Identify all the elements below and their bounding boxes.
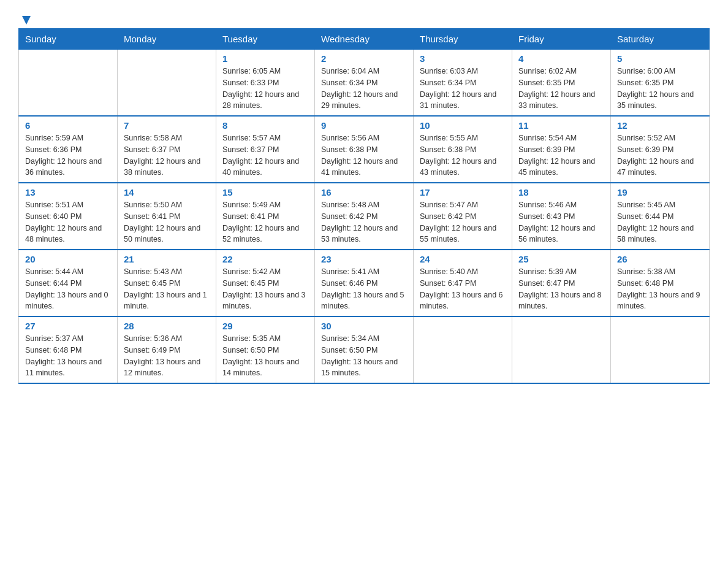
header-sunday: Sunday	[19, 29, 118, 50]
header-thursday: Thursday	[414, 29, 512, 50]
calendar-cell: 19Sunrise: 5:45 AMSunset: 6:44 PMDayligh…	[611, 183, 710, 250]
day-detail: Sunrise: 5:35 AMSunset: 6:50 PMDaylight:…	[222, 333, 308, 379]
svg-marker-0	[22, 16, 31, 25]
calendar-cell: 7Sunrise: 5:58 AMSunset: 6:37 PMDaylight…	[118, 116, 216, 183]
header-tuesday: Tuesday	[216, 29, 315, 50]
calendar-cell: 4Sunrise: 6:02 AMSunset: 6:35 PMDaylight…	[512, 50, 611, 117]
header-wednesday: Wednesday	[315, 29, 414, 50]
week-row-2: 6Sunrise: 5:59 AMSunset: 6:36 PMDaylight…	[19, 116, 710, 183]
day-number: 2	[321, 53, 407, 64]
calendar-cell: 25Sunrise: 5:39 AMSunset: 6:47 PMDayligh…	[512, 250, 611, 316]
calendar-table: SundayMondayTuesdayWednesdayThursdayFrid…	[18, 28, 710, 384]
day-number: 10	[420, 120, 506, 131]
day-detail: Sunrise: 5:46 AMSunset: 6:43 PMDaylight:…	[518, 199, 604, 245]
day-detail: Sunrise: 5:52 AMSunset: 6:39 PMDaylight:…	[617, 132, 703, 178]
calendar-cell: 18Sunrise: 5:46 AMSunset: 6:43 PMDayligh…	[512, 183, 611, 250]
day-detail: Sunrise: 5:57 AMSunset: 6:37 PMDaylight:…	[222, 132, 308, 178]
calendar-cell: 22Sunrise: 5:42 AMSunset: 6:45 PMDayligh…	[216, 250, 315, 316]
calendar-cell: 23Sunrise: 5:41 AMSunset: 6:46 PMDayligh…	[315, 250, 414, 316]
day-detail: Sunrise: 5:40 AMSunset: 6:47 PMDaylight:…	[420, 266, 506, 312]
day-number: 11	[518, 120, 604, 131]
day-number: 3	[420, 53, 506, 64]
day-number: 18	[518, 187, 604, 197]
week-row-4: 20Sunrise: 5:44 AMSunset: 6:44 PMDayligh…	[19, 250, 710, 316]
day-number: 24	[420, 254, 506, 264]
day-detail: Sunrise: 6:02 AMSunset: 6:35 PMDaylight:…	[518, 66, 604, 112]
day-number: 23	[321, 254, 407, 264]
day-number: 15	[222, 187, 308, 197]
day-number: 27	[25, 321, 111, 331]
calendar-cell: 24Sunrise: 5:40 AMSunset: 6:47 PMDayligh…	[414, 250, 512, 316]
day-detail: Sunrise: 5:43 AMSunset: 6:45 PMDaylight:…	[124, 266, 210, 312]
calendar-cell: 30Sunrise: 5:34 AMSunset: 6:50 PMDayligh…	[315, 316, 414, 383]
day-number: 1	[222, 53, 308, 64]
calendar-cell: 14Sunrise: 5:50 AMSunset: 6:41 PMDayligh…	[118, 183, 216, 250]
calendar-cell: 5Sunrise: 6:00 AMSunset: 6:35 PMDaylight…	[611, 50, 710, 117]
calendar-cell: 29Sunrise: 5:35 AMSunset: 6:50 PMDayligh…	[216, 316, 315, 383]
calendar-cell: 9Sunrise: 5:56 AMSunset: 6:38 PMDaylight…	[315, 116, 414, 183]
day-detail: Sunrise: 5:56 AMSunset: 6:38 PMDaylight:…	[321, 132, 407, 178]
calendar-cell	[512, 316, 611, 383]
calendar-cell	[414, 316, 512, 383]
day-detail: Sunrise: 5:51 AMSunset: 6:40 PMDaylight:…	[25, 199, 111, 245]
day-detail: Sunrise: 5:36 AMSunset: 6:49 PMDaylight:…	[124, 333, 210, 379]
day-detail: Sunrise: 5:38 AMSunset: 6:48 PMDaylight:…	[617, 266, 703, 312]
day-detail: Sunrise: 5:39 AMSunset: 6:47 PMDaylight:…	[518, 266, 604, 312]
day-detail: Sunrise: 5:59 AMSunset: 6:36 PMDaylight:…	[25, 132, 111, 178]
day-detail: Sunrise: 5:44 AMSunset: 6:44 PMDaylight:…	[25, 266, 111, 312]
day-detail: Sunrise: 6:00 AMSunset: 6:35 PMDaylight:…	[617, 66, 703, 112]
day-detail: Sunrise: 5:34 AMSunset: 6:50 PMDaylight:…	[321, 333, 407, 379]
day-number: 8	[222, 120, 308, 131]
day-number: 12	[617, 120, 703, 131]
day-detail: Sunrise: 6:04 AMSunset: 6:34 PMDaylight:…	[321, 66, 407, 112]
calendar-cell: 27Sunrise: 5:37 AMSunset: 6:48 PMDayligh…	[19, 316, 118, 383]
calendar-cell	[611, 316, 710, 383]
day-number: 7	[124, 120, 210, 131]
week-row-1: 1Sunrise: 6:05 AMSunset: 6:33 PMDaylight…	[19, 50, 710, 117]
calendar-cell: 3Sunrise: 6:03 AMSunset: 6:34 PMDaylight…	[414, 50, 512, 117]
calendar-cell	[19, 50, 118, 117]
day-detail: Sunrise: 5:50 AMSunset: 6:41 PMDaylight:…	[124, 199, 210, 245]
day-number: 5	[617, 53, 703, 64]
logo-triangle-icon	[20, 13, 33, 27]
day-detail: Sunrise: 5:45 AMSunset: 6:44 PMDaylight:…	[617, 199, 703, 245]
day-number: 25	[518, 254, 604, 264]
calendar-cell: 2Sunrise: 6:04 AMSunset: 6:34 PMDaylight…	[315, 50, 414, 117]
day-detail: Sunrise: 6:03 AMSunset: 6:34 PMDaylight:…	[420, 66, 506, 112]
day-number: 21	[124, 254, 210, 264]
week-row-5: 27Sunrise: 5:37 AMSunset: 6:48 PMDayligh…	[19, 316, 710, 383]
day-number: 28	[124, 321, 210, 331]
day-number: 19	[617, 187, 703, 197]
day-number: 14	[124, 187, 210, 197]
day-number: 9	[321, 120, 407, 131]
day-number: 13	[25, 187, 111, 197]
day-number: 30	[321, 321, 407, 331]
day-number: 4	[518, 53, 604, 64]
day-detail: Sunrise: 5:55 AMSunset: 6:38 PMDaylight:…	[420, 132, 506, 178]
logo	[18, 12, 33, 22]
calendar-cell: 28Sunrise: 5:36 AMSunset: 6:49 PMDayligh…	[118, 316, 216, 383]
day-number: 26	[617, 254, 703, 264]
calendar-cell: 13Sunrise: 5:51 AMSunset: 6:40 PMDayligh…	[19, 183, 118, 250]
calendar-cell: 12Sunrise: 5:52 AMSunset: 6:39 PMDayligh…	[611, 116, 710, 183]
header-saturday: Saturday	[611, 29, 710, 50]
calendar-cell: 15Sunrise: 5:49 AMSunset: 6:41 PMDayligh…	[216, 183, 315, 250]
day-number: 6	[25, 120, 111, 131]
day-detail: Sunrise: 5:47 AMSunset: 6:42 PMDaylight:…	[420, 199, 506, 245]
calendar-header-row: SundayMondayTuesdayWednesdayThursdayFrid…	[19, 29, 710, 50]
day-detail: Sunrise: 5:58 AMSunset: 6:37 PMDaylight:…	[124, 132, 210, 178]
calendar-cell: 20Sunrise: 5:44 AMSunset: 6:44 PMDayligh…	[19, 250, 118, 316]
calendar-cell: 6Sunrise: 5:59 AMSunset: 6:36 PMDaylight…	[19, 116, 118, 183]
calendar-cell: 17Sunrise: 5:47 AMSunset: 6:42 PMDayligh…	[414, 183, 512, 250]
calendar-cell: 11Sunrise: 5:54 AMSunset: 6:39 PMDayligh…	[512, 116, 611, 183]
page-header	[18, 12, 710, 22]
calendar-cell: 1Sunrise: 6:05 AMSunset: 6:33 PMDaylight…	[216, 50, 315, 117]
calendar-cell: 10Sunrise: 5:55 AMSunset: 6:38 PMDayligh…	[414, 116, 512, 183]
day-detail: Sunrise: 6:05 AMSunset: 6:33 PMDaylight:…	[222, 66, 308, 112]
day-number: 16	[321, 187, 407, 197]
calendar-cell: 8Sunrise: 5:57 AMSunset: 6:37 PMDaylight…	[216, 116, 315, 183]
calendar-cell: 16Sunrise: 5:48 AMSunset: 6:42 PMDayligh…	[315, 183, 414, 250]
day-detail: Sunrise: 5:54 AMSunset: 6:39 PMDaylight:…	[518, 132, 604, 178]
calendar-cell	[118, 50, 216, 117]
week-row-3: 13Sunrise: 5:51 AMSunset: 6:40 PMDayligh…	[19, 183, 710, 250]
